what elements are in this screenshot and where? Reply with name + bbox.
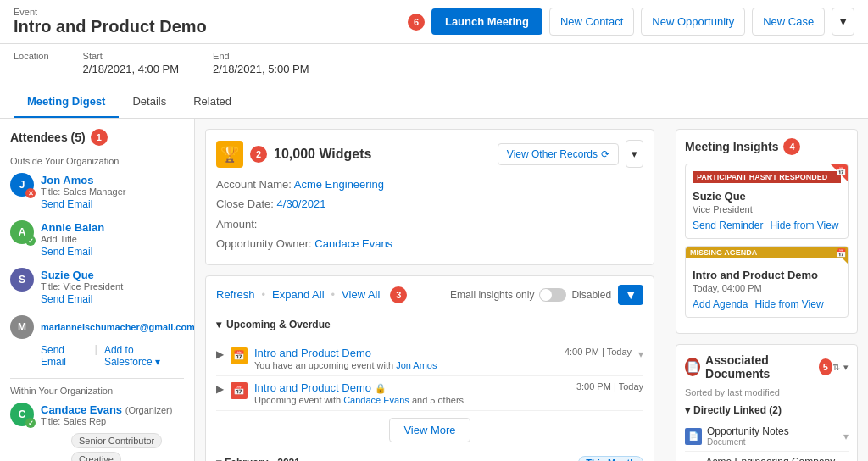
- upcoming-group: ▾ Upcoming & Overdue ▶ 📅 Intro and Produ…: [216, 314, 643, 442]
- start-field: Start 2/18/2021, 4:00 PM: [83, 51, 179, 75]
- insights-title: Meeting Insights 4: [685, 138, 849, 155]
- sort-dropdown-icon: ▾: [843, 362, 849, 373]
- status-icon-accepted: ✓: [25, 236, 36, 246]
- row-expand-icon: ▶: [216, 348, 224, 360]
- attendee-info: Suzie Que Title: Vice President: [41, 269, 123, 292]
- view-more-button[interactable]: View More: [389, 418, 470, 442]
- opp-dropdown-button[interactable]: ▾: [626, 140, 643, 168]
- end-label: End: [213, 51, 309, 61]
- email-toggle-track[interactable]: [539, 288, 566, 302]
- directly-linked-label: Directly Linked (2): [693, 404, 782, 416]
- attendee-candace-evans: C ✓ Candace Evans (Organizer) Title: Sal…: [10, 403, 184, 461]
- attendee-title: Title: Vice President: [41, 281, 123, 292]
- doc-chevron-icon[interactable]: ▾: [843, 430, 849, 442]
- close-date-value: 4/30/2021: [277, 197, 326, 210]
- attendee-annie-balan: A ✓ Annie Balan Add Title Send Email: [10, 220, 184, 258]
- activity-title[interactable]: Intro and Product Demo 🔒: [254, 381, 570, 394]
- attendee-name[interactable]: Jon Amos: [41, 174, 125, 186]
- activity-row[interactable]: ▶ 📅 Intro and Product Demo You have an u…: [216, 342, 643, 376]
- avatar-jon-amos: J ✕: [10, 173, 34, 197]
- marianne-actions: Send Email | Add to Salesforce ▾: [41, 342, 184, 368]
- month-group-header: ▾ February • 2021 This Month: [216, 451, 643, 461]
- new-contact-button[interactable]: New Contact: [549, 8, 634, 36]
- agenda-event-time: Today, 04:00 PM: [693, 283, 841, 293]
- month-expand: ▾ February • 2021: [216, 457, 300, 461]
- send-email-link-jon[interactable]: Send Email: [41, 198, 184, 210]
- activity-row[interactable]: ▶ 📅 Intro and Product Demo 🔒 Upcoming ev…: [216, 376, 643, 411]
- account-row: Account Name: Acme Engineering: [216, 175, 643, 194]
- activity-content: Intro and Product Demo 🔒 Upcoming event …: [254, 381, 570, 405]
- activity-time: 3:00 PM | Today: [576, 381, 643, 392]
- row-chevron-icon: ▾: [638, 348, 643, 360]
- attendees-header: Attendees (5) 1: [10, 129, 184, 146]
- insights-badge: 4: [783, 138, 800, 155]
- view-all-link[interactable]: View All: [342, 288, 380, 301]
- location-field: Location: [14, 51, 49, 75]
- attendee-name[interactable]: Candace Evans (Organizer): [41, 403, 172, 416]
- new-case-button[interactable]: New Case: [752, 8, 825, 36]
- header-right: 6 Launch Meeting New Contact New Opportu…: [408, 8, 854, 36]
- account-label: Account Name:: [216, 178, 292, 191]
- doc-name[interactable]: Opportunity Notes: [707, 425, 789, 437]
- chevron-down-icon: ▾: [216, 319, 221, 330]
- add-to-salesforce-link[interactable]: Add to Salesforce ▾: [104, 344, 184, 368]
- avatar-initials: J: [19, 179, 25, 191]
- docs-header: 📄 Associated Documents 5 ⇅ ▾: [685, 353, 849, 380]
- outside-org-label: Outside Your Organization: [10, 156, 184, 166]
- send-email-link-annie[interactable]: Send Email: [41, 246, 184, 258]
- tab-meeting-digest[interactable]: Meeting Digest: [14, 86, 119, 118]
- avatar-marianne: M: [10, 315, 34, 339]
- owner-label: Opportunity Owner:: [216, 237, 312, 250]
- send-reminder-link[interactable]: Send Reminder: [693, 219, 763, 231]
- send-email-link-suzie[interactable]: Send Email: [41, 293, 184, 305]
- tab-bar: Meeting Digest Details Related: [0, 86, 868, 119]
- calendar-corner-icon: 📅: [836, 166, 846, 175]
- tab-details[interactable]: Details: [119, 86, 180, 118]
- attendee-name[interactable]: Annie Balan: [41, 221, 104, 234]
- right-panel: Meeting Insights 4 PARTICIPANT HASN'T RE…: [665, 119, 868, 461]
- owner-value[interactable]: Candace Evans: [314, 237, 392, 250]
- refresh-link[interactable]: Refresh: [216, 288, 255, 301]
- avatar-initials: A: [19, 226, 26, 238]
- view-other-label: View Other Records: [507, 148, 598, 160]
- view-other-records-button[interactable]: View Other Records ⟳: [498, 143, 619, 165]
- associated-documents-card: 📄 Associated Documents 5 ⇅ ▾ Sorted by l…: [676, 344, 858, 461]
- jon-amos-link[interactable]: Jon Amos: [396, 360, 437, 370]
- directly-linked-header[interactable]: ▾ Directly Linked (2): [685, 404, 849, 416]
- docs-sort[interactable]: ⇅ ▾: [832, 362, 849, 373]
- add-agenda-link[interactable]: Add Agenda: [693, 298, 748, 310]
- email-insights-status: Disabled: [571, 289, 611, 301]
- candace-tags: Senior Contributor Creative: [41, 430, 184, 461]
- activity-time: 4:00 PM | Today: [565, 347, 632, 357]
- activity-title[interactable]: Intro and Product Demo: [254, 347, 558, 359]
- avatar-initials: S: [19, 274, 25, 286]
- doc-name[interactable]: Acme Engineering Company info: [706, 456, 843, 461]
- hide-from-view-link-2[interactable]: Hide from View: [754, 298, 823, 310]
- tag-creative: Creative: [71, 452, 121, 461]
- owner-row: Opportunity Owner: Candace Evans: [216, 234, 643, 253]
- divider: |: [95, 342, 97, 368]
- candace-evans-link[interactable]: Candace Evans: [343, 395, 409, 405]
- attendee-info: Candace Evans (Organizer) Title: Sales R…: [41, 403, 172, 426]
- account-value[interactable]: Acme Engineering: [294, 178, 384, 191]
- attendee-info: Annie Balan Add Title: [41, 221, 104, 244]
- attendee-email[interactable]: mariannelschumacher@gmail.com: [41, 322, 195, 332]
- expand-all-link[interactable]: Expand All: [272, 288, 324, 301]
- launch-meeting-button[interactable]: Launch Meeting: [431, 8, 542, 35]
- hide-from-view-link-1[interactable]: Hide from View: [770, 219, 838, 231]
- event-meta: Location Start 2/18/2021, 4:00 PM End 2/…: [0, 44, 868, 86]
- attendee-mariannelschumacher: M mariannelschumacher@gmail.com Send Ema…: [10, 315, 184, 368]
- insight-missing-agenda: MISSING AGENDA Intro and Product Demo To…: [685, 246, 849, 318]
- attendee-row: C ✓ Candace Evans (Organizer) Title: Sal…: [10, 403, 184, 426]
- attendees-sidebar: Attendees (5) 1 Outside Your Organizatio…: [0, 119, 195, 461]
- page-title: Intro and Product Demo: [14, 17, 207, 36]
- tab-related[interactable]: Related: [180, 86, 245, 118]
- filter-button[interactable]: ▼: [618, 285, 643, 305]
- new-opportunity-button[interactable]: New Opportunity: [641, 8, 745, 36]
- more-actions-button[interactable]: ▼: [832, 8, 854, 36]
- attendee-info: mariannelschumacher@gmail.com: [41, 322, 195, 332]
- docs-icon: 📄: [685, 358, 700, 376]
- send-email-link-marianne[interactable]: Send Email: [41, 344, 88, 368]
- opp-badge: 2: [250, 146, 267, 163]
- attendee-name[interactable]: Suzie Que: [41, 269, 123, 281]
